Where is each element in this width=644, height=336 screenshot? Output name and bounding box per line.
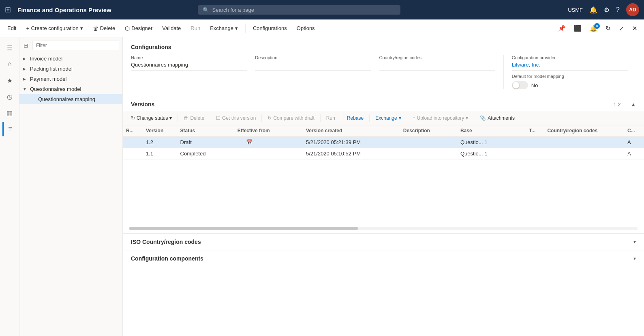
name-field: Name Questionnaires mapping: [131, 55, 255, 89]
horizontal-scrollbar-area[interactable]: [123, 224, 644, 233]
toolbar-sep-1: [178, 114, 178, 122]
search-input[interactable]: [212, 7, 396, 13]
tree-item-label: Packing list model: [30, 66, 119, 72]
versions-controls: 1.2 -- ▲: [613, 101, 636, 108]
apps-grid-icon[interactable]: ⊞: [5, 5, 11, 14]
refresh-icon[interactable]: ↻: [602, 22, 614, 34]
versions-header: Versions 1.2 -- ▲: [123, 96, 644, 111]
iso-country-section[interactable]: ISO Country/region codes ▾: [123, 233, 644, 250]
tree-item-questionnaires-model[interactable]: ▼ Questionnaires model: [19, 84, 122, 94]
default-model-toggle[interactable]: [512, 81, 528, 89]
options-button[interactable]: Options: [293, 23, 319, 34]
exchange-version-button[interactable]: Exchange ▾: [372, 114, 404, 123]
base-link[interactable]: 1: [485, 139, 488, 145]
table-row[interactable]: 1.2 Draft 📅 5/21/2020 05:21:39 PM: [123, 136, 644, 148]
change-status-chevron: ▾: [169, 115, 172, 121]
get-this-version-button[interactable]: ☐ Get this version: [213, 114, 259, 123]
filter-icon[interactable]: ⊟: [21, 40, 31, 51]
help-icon[interactable]: ?: [616, 6, 620, 13]
h-scrollbar-thumb[interactable]: [129, 227, 358, 230]
recents-icon[interactable]: ◷: [2, 89, 17, 104]
name-label: Name: [131, 55, 247, 60]
version-number: 1.2: [613, 101, 620, 108]
col-header-description: Description: [400, 125, 457, 136]
section-title: Configurations: [131, 44, 636, 50]
exchange-chevron-icon: ▾: [399, 115, 401, 121]
country-value: [379, 62, 495, 71]
versions-table-container: R... Version Status Effective from Versi…: [123, 125, 644, 224]
cell-country-codes: [544, 136, 624, 148]
notification-icon[interactable]: 🔔: [589, 6, 597, 14]
add-icon: +: [26, 25, 29, 32]
app-title: Finance and Operations Preview: [17, 6, 111, 13]
change-status-button[interactable]: ↻ Change status ▾: [128, 114, 175, 123]
open-in-new-icon[interactable]: ⤢: [616, 22, 627, 34]
close-icon[interactable]: ✕: [629, 22, 641, 34]
col-header-country: Country/region codes: [544, 125, 624, 136]
search-icon: 🔍: [203, 7, 209, 13]
collapse-icon[interactable]: ▲: [631, 101, 636, 108]
tree-item-packing-list-model[interactable]: ▶ Packing list model: [19, 64, 122, 74]
change-status-icon: ↻: [131, 115, 135, 121]
table-scroll-wrapper[interactable]: R... Version Status Effective from Versi…: [123, 125, 644, 159]
name-value: Questionnaires mapping: [131, 62, 247, 71]
modules-icon[interactable]: ≡: [2, 122, 17, 136]
table-row[interactable]: 1.1 Completed 5/21/2020 05:10:52 PM Ques…: [123, 148, 644, 159]
create-configuration-button[interactable]: + Create configuration ▾: [22, 23, 87, 34]
vtb-delete-button[interactable]: 🗑 Delete: [180, 114, 208, 123]
base-link[interactable]: 1: [485, 151, 488, 157]
org-selector[interactable]: USMF: [568, 7, 583, 13]
cell-effective-from: [234, 148, 303, 159]
settings-icon[interactable]: ⚙: [604, 6, 610, 14]
delete-icon: 🗑: [93, 25, 98, 32]
home-nav-icon[interactable]: ⌂: [2, 57, 17, 71]
provider-value[interactable]: Litware, Inc.: [512, 62, 628, 71]
configurations-button[interactable]: Configurations: [249, 23, 291, 34]
top-bar: ⊞ Finance and Operations Preview 🔍 USMF …: [0, 0, 644, 19]
run-button[interactable]: Run: [186, 23, 204, 34]
tree-item-payment-model[interactable]: ▶ Payment model: [19, 74, 122, 84]
tree-item-chevron: ▶: [23, 77, 28, 81]
cell-version: 1.1: [143, 148, 177, 159]
country-label: Country/region codes: [379, 55, 495, 60]
compare-with-draft-button[interactable]: ↻ Compare with draft: [264, 114, 317, 123]
default-label: Default for model mapping: [512, 74, 628, 79]
command-bar: Edit + Create configuration ▾ 🗑 Delete ⬡…: [0, 19, 644, 37]
tree-filter-input[interactable]: [32, 41, 119, 50]
tree-item-invoice-model[interactable]: ▶ Invoice model: [19, 54, 122, 64]
calendar-icon[interactable]: 📅: [246, 139, 252, 145]
toolbar-sep-4: [320, 114, 321, 122]
tree-item-chevron: ▼: [23, 87, 28, 91]
tree-item-questionnaires-mapping[interactable]: Questionnaires mapping: [19, 94, 122, 104]
provider-field: Configuration provider Litware, Inc. Def…: [503, 55, 636, 89]
attachments-button[interactable]: 📎 Attachments: [477, 114, 518, 123]
search-bar[interactable]: 🔍: [198, 5, 400, 15]
compare-icon: ↻: [267, 115, 272, 121]
separator: [245, 24, 246, 33]
rebase-button[interactable]: Rebase: [344, 114, 367, 123]
cell-t: [526, 148, 544, 159]
delete-button[interactable]: 🗑 Delete: [89, 23, 120, 34]
pin-icon[interactable]: 📌: [555, 22, 569, 34]
config-components-section[interactable]: Configuration components ▾: [123, 250, 644, 267]
expand-icon[interactable]: ⬛: [571, 22, 585, 34]
col-header-status: Status: [177, 125, 234, 136]
h-scrollbar-track: [129, 227, 638, 230]
validate-button[interactable]: Validate: [158, 23, 185, 34]
favorites-icon[interactable]: ★: [2, 73, 17, 88]
run-version-button[interactable]: Run: [323, 114, 338, 123]
hamburger-menu-icon[interactable]: ☰: [2, 41, 17, 55]
designer-button[interactable]: ⬡ Designer: [121, 23, 156, 34]
table-header-row: R... Version Status Effective from Versi…: [123, 125, 644, 136]
workspaces-icon[interactable]: ▦: [2, 106, 17, 120]
badge-icon[interactable]: 🔔 8: [586, 22, 601, 34]
toolbar-sep-6: [369, 114, 370, 122]
edit-button[interactable]: Edit: [3, 23, 20, 34]
exchange-button[interactable]: Exchange ▾: [206, 23, 242, 34]
avatar[interactable]: AD: [626, 3, 639, 16]
upload-icon: ↑: [413, 115, 415, 121]
tree-item-label: Invoice model: [30, 56, 119, 62]
toolbar-sep-7: [407, 114, 407, 122]
cell-c: A: [624, 136, 644, 148]
upload-into-repository-button[interactable]: ↑ Upload into repository ▾: [410, 114, 472, 123]
